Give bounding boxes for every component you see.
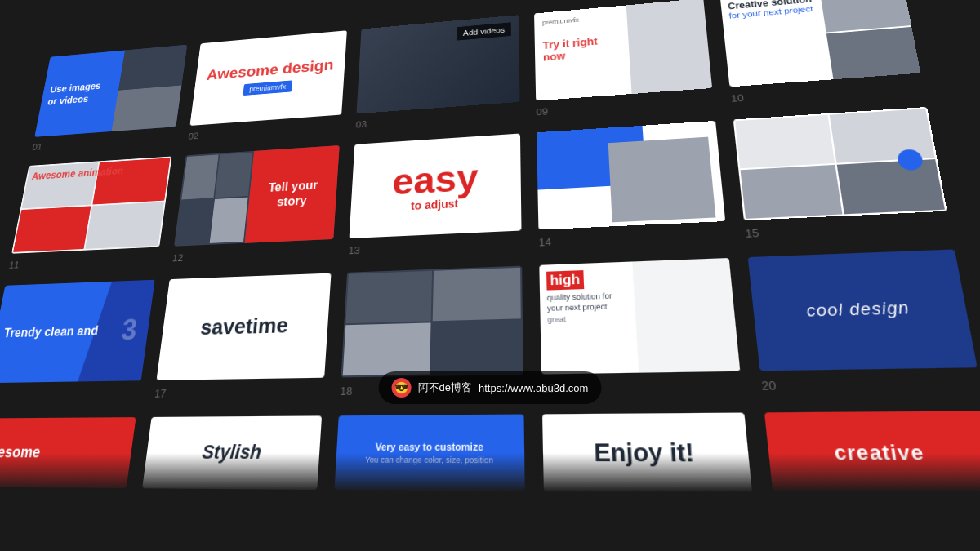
- card-15[interactable]: [733, 107, 947, 220]
- grid-item-04: premiumvfx Try it right now 09: [534, 0, 714, 118]
- card-02[interactable]: Awesome design premiumvfx: [189, 30, 346, 126]
- grid-item-12: Tell your story 12: [172, 145, 339, 264]
- grid-item-17: savetime 17: [154, 273, 331, 400]
- card-13-sub: to adjust: [411, 197, 458, 211]
- card-04-small: premiumvfx: [542, 13, 619, 27]
- grid-item-16: Trendy clean and 3 16: [0, 280, 155, 402]
- card-19[interactable]: high quality solution for your next proj…: [539, 258, 740, 375]
- grid-item-13: easy to adjust 13: [348, 134, 522, 257]
- grid-item-03: Add videos 03: [355, 15, 519, 130]
- card-bottom-3-t1: Very easy to customize: [375, 441, 483, 452]
- card-12-number: 12: [172, 246, 332, 264]
- card-20[interactable]: cool design: [748, 249, 978, 371]
- card-15-number: 15: [745, 218, 951, 240]
- card-19-t2: quality solution for your next project: [547, 291, 628, 314]
- grid-item-14: 14: [537, 121, 728, 249]
- card-17-number: 17: [154, 384, 323, 400]
- card-16-number: 16: [0, 387, 140, 402]
- card-01[interactable]: Use images or videos: [34, 45, 187, 137]
- watermark: 😎 阿不de博客 https://www.abu3d.com: [379, 371, 602, 404]
- card-04-text: Try it right now: [542, 33, 621, 64]
- card-13-big: easy: [392, 159, 479, 201]
- grid-item-05: Creative solution for your next project …: [720, 0, 924, 104]
- grid-item-02: Awesome design premiumvfx 02: [188, 30, 347, 141]
- card-05[interactable]: Creative solution for your next project: [720, 0, 921, 87]
- card-14[interactable]: [537, 121, 725, 230]
- card-13[interactable]: easy to adjust: [350, 134, 522, 238]
- watermark-url: https://www.abu3d.com: [479, 382, 588, 394]
- grid-item-11: Awesome animation 11: [8, 157, 172, 271]
- card-17-text: savetime: [199, 313, 289, 340]
- card-02-badge: premiumvfx: [243, 80, 292, 96]
- card-14-number: 14: [539, 228, 728, 248]
- card-12-text: Tell your story: [254, 177, 332, 210]
- card-02-title: Awesome design: [206, 57, 334, 83]
- grid-item-01: Use images or videos 01: [32, 45, 187, 153]
- watermark-text: 阿不de博客: [418, 380, 472, 395]
- grid-item-20: cool design 20: [748, 249, 980, 393]
- card-19-t1: high: [546, 270, 584, 291]
- card-18[interactable]: [341, 266, 523, 378]
- card-16[interactable]: Trendy clean and 3: [0, 280, 155, 383]
- card-11-number: 11: [8, 253, 158, 271]
- watermark-icon: 😎: [392, 378, 412, 398]
- card-01-text: Use images or videos: [47, 79, 113, 108]
- card-12[interactable]: Tell your story: [174, 145, 340, 247]
- card-04[interactable]: premiumvfx Try it right now: [534, 0, 712, 100]
- card-19-t3: great: [547, 313, 628, 324]
- grid-item-15: 15: [733, 107, 951, 240]
- card-03[interactable]: Add videos: [357, 15, 520, 113]
- card-20-number: 20: [761, 375, 980, 393]
- card-17[interactable]: savetime: [157, 273, 332, 380]
- bottom-fade: [0, 453, 980, 551]
- card-20-text: cool design: [805, 299, 911, 321]
- card-13-number: 13: [348, 237, 522, 256]
- card-11[interactable]: Awesome animation: [11, 157, 172, 254]
